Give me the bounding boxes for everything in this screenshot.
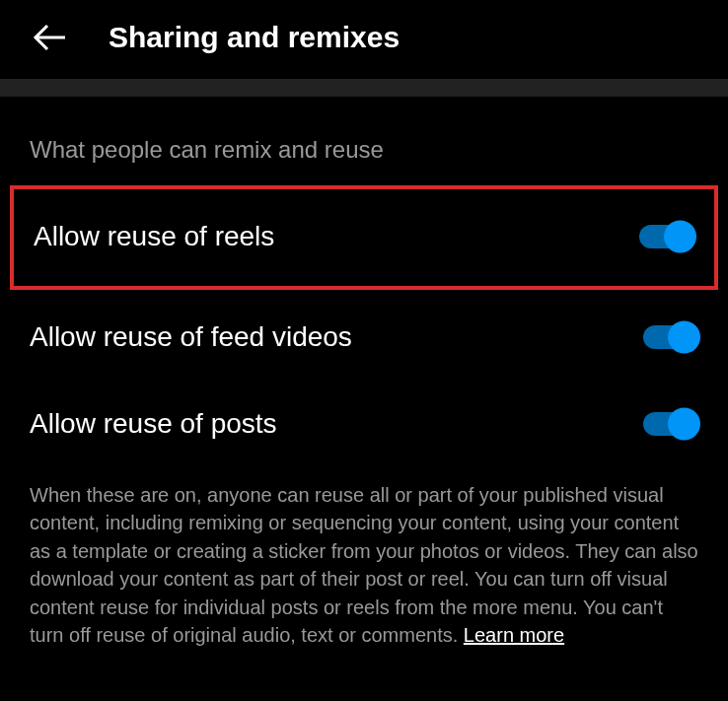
learn-more-link[interactable]: Learn more [464, 624, 564, 646]
toggle-feed-videos[interactable] [643, 319, 698, 355]
toggle-posts[interactable] [643, 406, 698, 442]
setting-row-feed-videos[interactable]: Allow reuse of feed videos [0, 294, 728, 381]
toggle-knob-icon [664, 221, 696, 253]
page-title: Sharing and remixes [109, 21, 400, 54]
toggle-knob-icon [668, 321, 700, 354]
back-button[interactable] [30, 18, 69, 57]
section-label: What people can remix and reuse [0, 97, 728, 181]
setting-label-posts: Allow reuse of posts [30, 408, 277, 440]
description-text: When these are on, anyone can reuse all … [0, 467, 728, 668]
toggle-knob-icon [668, 408, 700, 441]
header-bar: Sharing and remixes [0, 0, 728, 79]
setting-row-reels[interactable]: Allow reuse of reels [10, 185, 718, 290]
setting-row-posts[interactable]: Allow reuse of posts [0, 381, 728, 467]
section-divider [0, 79, 728, 97]
description-body: When these are on, anyone can reuse all … [30, 484, 698, 646]
setting-label-feed-videos: Allow reuse of feed videos [30, 321, 352, 353]
setting-label-reels: Allow reuse of reels [34, 221, 274, 252]
toggle-reels[interactable] [639, 219, 694, 254]
back-arrow-icon [32, 23, 67, 52]
